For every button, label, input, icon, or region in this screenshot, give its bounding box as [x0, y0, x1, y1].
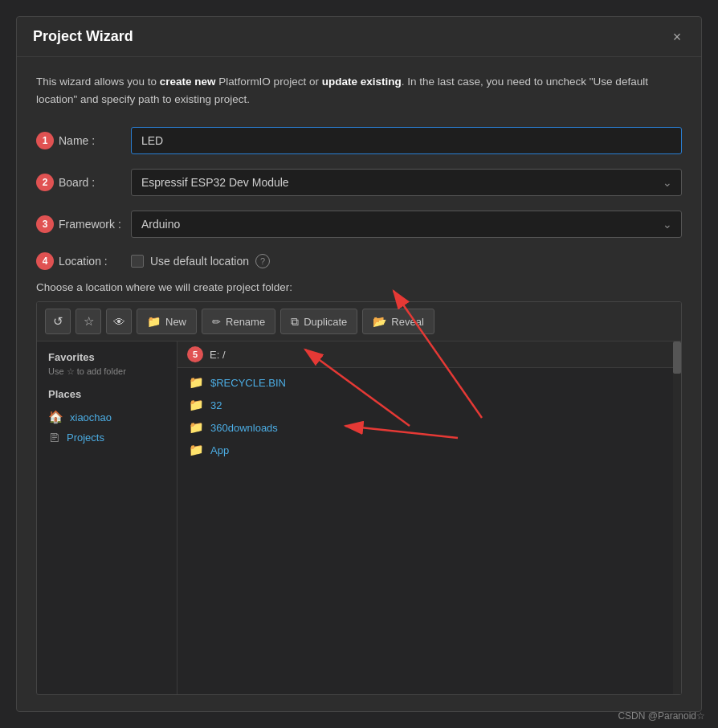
rename-icon: ✏	[212, 316, 221, 328]
star-button[interactable]: ☆	[75, 309, 101, 334]
favorites-hint: Use ☆ to add folder	[48, 366, 165, 377]
eye-icon: 👁	[113, 315, 125, 329]
list-item[interactable]: 📁 32	[177, 394, 681, 416]
framework-select[interactable]: Arduino	[131, 211, 682, 238]
duplicate-button[interactable]: ⧉ Duplicate	[280, 309, 357, 334]
new-button-label: New	[165, 316, 186, 328]
projects-icon: 🖹	[48, 431, 60, 444]
bold-create-new: create new	[160, 76, 216, 88]
places-item-projects[interactable]: 🖹 Projects	[48, 427, 165, 448]
rename-button-label: Rename	[226, 316, 265, 328]
bold-update-existing: update existing	[322, 76, 402, 88]
dialog-body: This wizard allows you to create new Pla…	[17, 57, 701, 711]
duplicate-icon: ⧉	[291, 315, 299, 329]
step4-badge: 4	[36, 252, 54, 270]
step3-badge: 3	[36, 215, 54, 233]
name-label: Name :	[59, 134, 123, 147]
scrollbar-thumb[interactable]	[673, 342, 681, 374]
close-button[interactable]: ×	[669, 29, 685, 45]
list-item[interactable]: 📁 360downloads	[177, 416, 681, 439]
reveal-button[interactable]: 📂 Reveal	[362, 309, 434, 334]
file-name: 360downloads	[210, 422, 278, 434]
intro-text: This wizard allows you to create new Pla…	[36, 73, 682, 108]
use-default-location-label: Use default location	[150, 255, 249, 268]
location-label: Location :	[59, 255, 123, 268]
step1-badge: 1	[36, 132, 54, 149]
folder-icon: 📁	[189, 375, 204, 390]
help-icon[interactable]: ?	[255, 254, 270, 268]
places-item-xiaochao[interactable]: 🏠 xiaochao	[48, 407, 165, 427]
browser-toolbar: ↺ ☆ 👁 📁 New ✏ Rename	[37, 302, 681, 342]
use-default-location-group: Use default location ?	[131, 254, 270, 268]
star-icon: ☆	[84, 314, 94, 329]
browser-content: Favorites Use ☆ to add folder Places 🏠 x…	[37, 342, 681, 694]
titlebar: Project Wizard ×	[17, 17, 701, 57]
name-input[interactable]	[131, 127, 682, 154]
file-browser: ↺ ☆ 👁 📁 New ✏ Rename	[36, 301, 682, 695]
project-wizard-dialog: Project Wizard × This wizard allows you …	[16, 16, 702, 712]
framework-row: 3 Framework : Arduino ⌄	[36, 211, 682, 238]
refresh-button[interactable]: ↺	[45, 309, 71, 334]
path-bar: 5 E: /	[177, 342, 681, 368]
folder-icon: 📁	[189, 443, 204, 457]
list-item[interactable]: 📁 App	[177, 439, 681, 461]
list-item[interactable]: 📁 $RECYCLE.BIN	[177, 371, 681, 394]
current-path: E: /	[210, 349, 226, 361]
location-row: 4 Location : Use default location ?	[36, 252, 682, 270]
refresh-icon: ↺	[53, 314, 63, 329]
location-section: Choose a location where we will create p…	[36, 281, 682, 695]
board-select-wrapper: Espressif ESP32 Dev Module ⌄	[131, 169, 682, 196]
framework-label: Framework :	[59, 218, 123, 231]
step2-badge: 2	[36, 174, 54, 191]
folder-icon: 📁	[189, 420, 204, 435]
eye-button[interactable]: 👁	[106, 309, 132, 334]
name-row: 1 Name :	[36, 127, 682, 154]
home-icon: 🏠	[48, 410, 63, 424]
board-label: Board :	[59, 176, 123, 189]
browser-left-panel: Favorites Use ☆ to add folder Places 🏠 x…	[37, 342, 177, 694]
file-name: $RECYCLE.BIN	[210, 377, 286, 389]
scrollbar-track[interactable]	[673, 342, 681, 694]
step5-badge: 5	[187, 346, 203, 362]
projects-label: Projects	[67, 431, 104, 444]
file-name: App	[210, 444, 229, 456]
folder-icon: 📁	[189, 398, 204, 412]
location-title: Choose a location where we will create p…	[36, 281, 682, 293]
board-select[interactable]: Espressif ESP32 Dev Module	[131, 169, 682, 196]
file-list: 📁 $RECYCLE.BIN 📁 32 📁 360downloads	[177, 368, 681, 464]
use-default-location-checkbox[interactable]	[131, 255, 144, 268]
reveal-button-label: Reveal	[391, 316, 423, 328]
file-name: 32	[210, 399, 222, 411]
duplicate-button-label: Duplicate	[304, 316, 347, 328]
board-row: 2 Board : Espressif ESP32 Dev Module ⌄	[36, 169, 682, 196]
xiaochao-label: xiaochao	[70, 411, 112, 423]
dialog-title: Project Wizard	[33, 28, 133, 45]
browser-right-panel: 5 E: / 📁 $RECYCLE.BIN 📁 32	[177, 342, 681, 694]
rename-button[interactable]: ✏ Rename	[202, 309, 275, 334]
places-title: Places	[48, 388, 165, 400]
watermark: CSDN @Paranoid☆	[618, 710, 705, 722]
new-button[interactable]: 📁 New	[137, 309, 197, 334]
reveal-icon: 📂	[373, 315, 386, 328]
new-folder-icon: 📁	[147, 315, 161, 328]
favorites-title: Favorites	[48, 351, 165, 363]
framework-select-wrapper: Arduino ⌄	[131, 211, 682, 238]
